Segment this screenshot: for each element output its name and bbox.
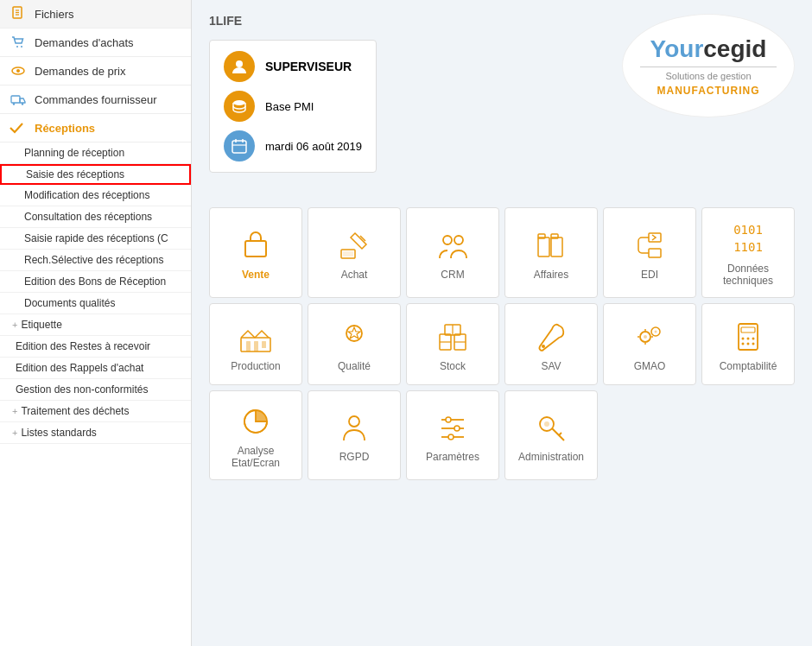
pen-icon (338, 229, 371, 262)
svg-rect-19 (343, 251, 353, 256)
svg-rect-23 (538, 238, 549, 256)
module-analyse[interactable]: Analyse Etat/Ecran (209, 390, 302, 480)
sidebar-expandable-rappels-label: Edition des Rappels d'achat (16, 362, 143, 374)
sidebar-item-demandes-prix-label: Demandes de prix (35, 65, 126, 78)
module-qualite-label: Qualité (338, 360, 371, 372)
svg-point-54 (752, 337, 755, 339)
module-donnees-techniques[interactable]: 01011101 Données techniques (701, 207, 795, 298)
sidebar-sub-documents-qualites-label: Documents qualités (24, 297, 115, 309)
arrows-icon (633, 229, 666, 262)
module-qualite[interactable]: Qualité (308, 303, 401, 385)
module-edi[interactable]: EDI (603, 207, 696, 298)
sidebar-expandable-edition-rappels[interactable]: Edition des Rappels d'achat (0, 358, 191, 379)
sidebar-expandable-etiquette-label: Etiquette (21, 319, 61, 331)
module-vente[interactable]: Vente (209, 207, 302, 298)
calendar-icon (224, 130, 255, 162)
svg-point-45 (655, 330, 657, 332)
module-stock-label: Stock (440, 360, 466, 372)
module-administration[interactable]: Administration (504, 390, 598, 480)
module-achat-label: Achat (341, 269, 368, 281)
sidebar-expandable-etiquette[interactable]: + Etiquette (0, 314, 191, 336)
sidebar-sub-modification-receptions[interactable]: Modification des réceptions (0, 185, 191, 206)
module-production[interactable]: Production (209, 303, 302, 385)
gear-group-icon (633, 320, 666, 353)
sidebar-sub-rech-selective[interactable]: Rech.Sélective des réceptions (0, 250, 191, 271)
module-comptabilite-label: Comptabilité (720, 360, 777, 372)
key-icon (535, 411, 568, 444)
sidebar-sub-planning-reception[interactable]: Planning de réception (0, 142, 191, 164)
svg-line-68 (559, 433, 561, 435)
module-rgpd[interactable]: RGPD (308, 390, 401, 480)
sidebar-sub-saisie-receptions[interactable]: Saisie des réceptions (0, 164, 191, 185)
svg-rect-28 (649, 249, 661, 257)
sidebar-sub-saisie-rapide[interactable]: Saisie rapide des réceptions (C (0, 228, 191, 250)
module-achat[interactable]: Achat (308, 207, 401, 298)
svg-point-63 (454, 426, 460, 431)
svg-point-12 (233, 100, 245, 105)
expand-icon-etiquette: + (12, 320, 17, 330)
app-title: 1LIFE (209, 14, 377, 28)
folders-icon (535, 229, 568, 262)
bag-icon (239, 229, 272, 262)
svg-point-59 (349, 416, 359, 427)
sidebar-item-demandes-prix[interactable]: Demandes de prix (0, 57, 191, 86)
user-row: SUPERVISEUR (224, 51, 362, 82)
svg-point-61 (446, 417, 451, 422)
boxes-icon (436, 320, 469, 353)
module-gmao[interactable]: GMAO (603, 303, 696, 385)
sidebar-item-receptions[interactable]: Réceptions (0, 114, 191, 142)
svg-point-57 (752, 342, 755, 345)
module-edi-label: EDI (641, 269, 658, 281)
module-parametres[interactable]: Paramètres (406, 390, 499, 480)
svg-point-7 (16, 69, 20, 73)
info-panel: SUPERVISEUR Base PMI (209, 40, 377, 173)
svg-rect-51 (741, 327, 755, 332)
sidebar-expandable-gestion-nc[interactable]: Gestion des non-conformités (0, 379, 191, 401)
sidebar-item-demandes-achats[interactable]: Demandes d'achats (0, 28, 191, 57)
module-comptabilite[interactable]: Comptabilité (701, 303, 795, 385)
sidebar-expandable-edition-restes[interactable]: Edition des Restes à recevoir (0, 336, 191, 358)
svg-point-65 (448, 434, 454, 440)
wrench-icon (535, 320, 568, 353)
svg-rect-30 (246, 341, 251, 352)
module-stock[interactable]: Stock (406, 303, 499, 385)
module-administration-label: Administration (518, 451, 584, 463)
sidebar-expandable-listes-label: Listes standards (21, 427, 96, 439)
module-crm-label: CRM (441, 269, 464, 281)
sidebar-expandable-listes-standards[interactable]: + Listes standards (0, 422, 191, 444)
user-icon (224, 51, 255, 82)
sidebar-sub-documents-qualites[interactable]: Documents qualités (0, 293, 191, 314)
eye-icon (9, 63, 28, 79)
logo-your: Your (650, 35, 704, 63)
svg-rect-13 (232, 141, 246, 153)
sidebar-item-demandes-achats-label: Demandes d'achats (35, 36, 134, 49)
svg-point-43 (644, 335, 647, 339)
svg-point-69 (544, 421, 549, 427)
logo-manufacturing: MANUFACTURING (657, 85, 760, 97)
expand-icon-dechets: + (12, 406, 17, 416)
sidebar-item-commandes-fournisseur[interactable]: Commandes fournisseur (0, 86, 191, 114)
sidebar-sub-consultation-receptions[interactable]: Consultation des réceptions (0, 206, 191, 228)
svg-rect-26 (551, 234, 558, 238)
svg-rect-31 (254, 341, 258, 352)
svg-point-4 (16, 46, 18, 48)
module-sav[interactable]: SAV (504, 303, 598, 385)
sidebar-sub-modification-label: Modification des réceptions (24, 189, 149, 201)
module-crm[interactable]: CRM (406, 207, 499, 298)
person-shield-icon (338, 411, 371, 444)
sidebar-sub-edition-bons-label: Edition des Bons de Réception (24, 276, 166, 288)
module-affaires[interactable]: Affaires (504, 207, 598, 298)
module-gmao-label: GMAO (634, 360, 666, 372)
svg-point-53 (747, 337, 750, 339)
sidebar-sub-edition-bons[interactable]: Edition des Bons de Réception (0, 271, 191, 293)
svg-point-41 (542, 345, 545, 348)
module-donnees-techniques-label: Données techniques (723, 263, 773, 287)
sidebar-expandable-traitement-dechets[interactable]: + Traitement des déchets (0, 401, 191, 422)
logo-block: Your cegid Solutions de gestion MANUFACT… (622, 14, 795, 117)
sidebar: Fichiers Demandes d'achats Demandes de p… (0, 0, 192, 646)
logo-cegid: cegid (703, 35, 766, 63)
svg-rect-25 (551, 238, 562, 256)
db-label: Base PMI (265, 100, 314, 113)
sidebar-item-fichiers[interactable]: Fichiers (0, 0, 191, 28)
svg-marker-34 (348, 327, 360, 339)
